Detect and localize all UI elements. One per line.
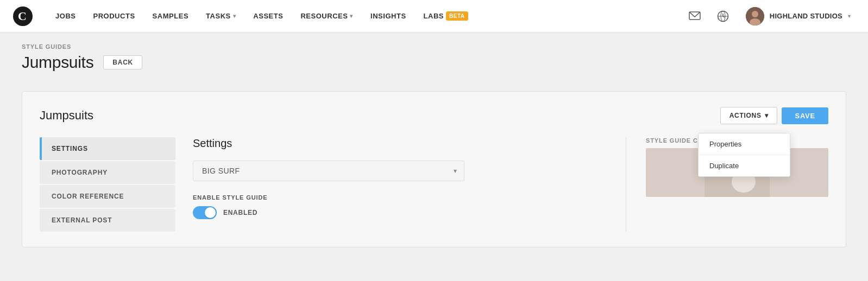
dropdown-item-duplicate[interactable]: Duplicate: [699, 155, 790, 176]
sidebar-label-photography: PHOTOGRAPHY: [52, 169, 108, 176]
dropdown-item-properties[interactable]: Properties: [699, 133, 790, 155]
save-button[interactable]: SAVE: [782, 107, 828, 124]
nav-item-samples[interactable]: SAMPLES: [145, 8, 196, 24]
nav-item-jobs[interactable]: JOBS: [48, 8, 83, 24]
enable-toggle[interactable]: [193, 206, 217, 219]
actions-label: ACTIONS: [729, 112, 762, 119]
nav-label-assets: ASSETS: [253, 12, 283, 20]
card-title: Jumpsuits: [40, 108, 93, 123]
select-wrapper: BIG SURF ▾: [193, 161, 464, 181]
actions-chevron-icon: ▾: [765, 112, 769, 119]
settings-panel: Settings BIG SURF ▾ ENABLE STYLE GUIDE E…: [175, 137, 619, 232]
top-navigation: C JOBS PRODUCTS SAMPLES TASKS ▾ ASSETS R…: [0, 0, 868, 33]
sidebar-label-external-post: EXTERNAL POST: [52, 216, 112, 224]
user-menu[interactable]: HIGHLAND STUDIOS ▾: [741, 5, 855, 28]
sidebar-label-settings: SETTINGS: [52, 145, 88, 152]
avatar: [746, 7, 764, 25]
nav-item-labs[interactable]: LABS BETA: [416, 7, 476, 25]
actions-button[interactable]: ACTIONS ▾: [720, 107, 778, 124]
sidebar-item-settings[interactable]: SETTINGS: [40, 137, 175, 160]
toggle-text: ENABLED: [223, 209, 257, 216]
card-header: Jumpsuits ACTIONS ▾ SAVE Properties Dupl…: [40, 107, 828, 124]
notifications-button[interactable]: [685, 7, 705, 26]
nav-label-products: PRODUCTS: [93, 12, 135, 20]
page-title-row: Jumpsuits BACK: [22, 53, 846, 72]
nav-item-resources[interactable]: RESOURCES ▾: [293, 8, 361, 24]
svg-point-9: [752, 11, 758, 17]
nav-label-samples: SAMPLES: [153, 12, 188, 20]
enable-label: ENABLE STYLE GUIDE: [193, 194, 602, 201]
main-content: Jumpsuits ACTIONS ▾ SAVE Properties Dupl…: [0, 80, 868, 281]
topnav-right: HIGHLAND STUDIOS ▾: [685, 5, 855, 28]
sidebar-nav: SETTINGS PHOTOGRAPHY COLOR REFERENCE EXT…: [40, 137, 175, 232]
tasks-chevron-icon: ▾: [233, 13, 236, 19]
sidebar-label-color-reference: COLOR REFERENCE: [52, 193, 124, 200]
toggle-knob: [205, 207, 216, 218]
settings-title: Settings: [193, 137, 602, 150]
content-card: Jumpsuits ACTIONS ▾ SAVE Properties Dupl…: [22, 91, 846, 247]
nav-links: JOBS PRODUCTS SAMPLES TASKS ▾ ASSETS RES…: [48, 7, 685, 25]
svg-text:C: C: [18, 9, 27, 23]
globe-clock-button[interactable]: [713, 7, 733, 26]
page-title: Jumpsuits: [22, 53, 93, 72]
card-actions: ACTIONS ▾ SAVE Properties Duplicate: [720, 107, 828, 124]
toggle-row: ENABLED: [193, 206, 602, 219]
app-logo[interactable]: C: [13, 7, 33, 26]
user-chevron-icon: ▾: [848, 13, 851, 19]
back-button[interactable]: BACK: [103, 55, 142, 69]
nav-item-products[interactable]: PRODUCTS: [85, 8, 142, 24]
sidebar-item-external-post[interactable]: EXTERNAL POST: [40, 209, 175, 232]
nav-label-labs: LABS: [424, 12, 444, 20]
breadcrumb: STYLE GUIDES: [22, 43, 846, 50]
nav-item-insights[interactable]: INSIGHTS: [363, 8, 414, 24]
nav-item-assets[interactable]: ASSETS: [246, 8, 291, 24]
nav-label-tasks: TASKS: [206, 12, 231, 20]
nav-item-tasks[interactable]: TASKS ▾: [198, 8, 243, 24]
beta-badge: BETA: [446, 11, 468, 21]
vertical-divider: [626, 137, 626, 232]
username-label: HIGHLAND STUDIOS: [770, 12, 842, 20]
sidebar-item-color-reference[interactable]: COLOR REFERENCE: [40, 185, 175, 208]
sidebar-item-photography[interactable]: PHOTOGRAPHY: [40, 161, 175, 184]
style-select[interactable]: BIG SURF: [193, 161, 464, 181]
resources-chevron-icon: ▾: [350, 13, 353, 19]
page-header: STYLE GUIDES Jumpsuits BACK: [0, 33, 868, 80]
actions-dropdown: Properties Duplicate: [698, 133, 790, 177]
nav-label-insights: INSIGHTS: [370, 12, 406, 20]
nav-label-jobs: JOBS: [55, 12, 76, 20]
nav-label-resources: RESOURCES: [300, 12, 348, 20]
